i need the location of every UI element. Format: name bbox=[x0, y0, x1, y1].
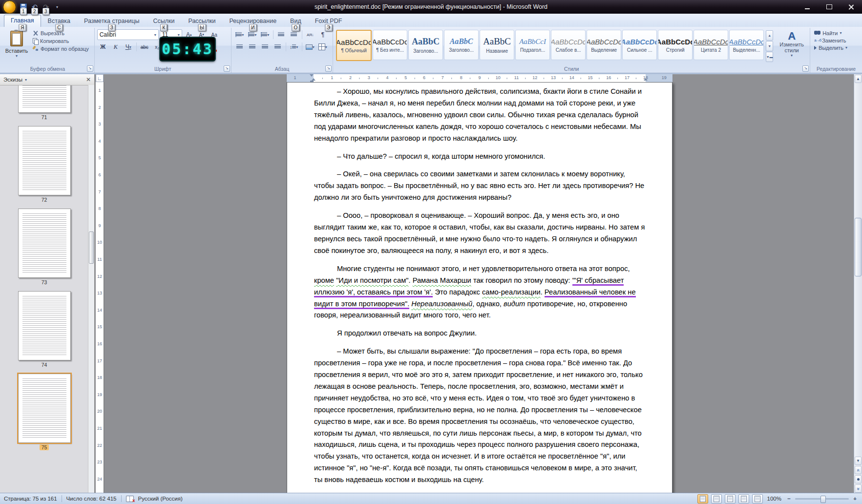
proofing-status-icon[interactable] bbox=[126, 496, 134, 502]
vertical-ruler[interactable]: 1234567891011121314151617181920212223242… bbox=[96, 82, 104, 493]
page-thumbnail[interactable]: 74 bbox=[18, 291, 71, 368]
thumbnail-image[interactable] bbox=[18, 374, 71, 443]
ribbon-tab-Рецензирование[interactable]: РецензированиеИ bbox=[223, 15, 284, 27]
paragraph[interactable]: – Что дальше? – спросил я, когда шторм н… bbox=[314, 151, 646, 163]
change-styles-button[interactable]: А Изменить стили ▾ bbox=[776, 29, 807, 58]
scroll-down-button[interactable]: ▼ bbox=[855, 457, 862, 465]
font-family-combo[interactable]: Calibri▾ bbox=[97, 29, 159, 40]
thumbnail-image[interactable] bbox=[18, 126, 71, 195]
style-item[interactable]: АаBbCcDcВыделенн... bbox=[729, 30, 764, 60]
select-button[interactable]: Выделить▾ bbox=[813, 44, 860, 51]
first-line-indent-marker[interactable] bbox=[310, 74, 314, 77]
style-item[interactable]: АаBbCcDc¶ Без инте... bbox=[373, 30, 407, 60]
ribbon-tab-Вид[interactable]: ВидО bbox=[283, 15, 308, 27]
style-item[interactable]: АаBbCcDcВыделение bbox=[587, 30, 621, 60]
scrollbar-track[interactable] bbox=[854, 84, 862, 456]
style-item[interactable]: АаBbCcDcСтрогий bbox=[658, 30, 693, 60]
gallery-more-button[interactable]: ▼▬ bbox=[766, 52, 773, 62]
maximize-button[interactable] bbox=[818, 0, 840, 14]
ribbon-tab-Ссылки[interactable]: СсылкиК bbox=[146, 15, 181, 27]
style-item[interactable]: АаBbCcDcСильное ... bbox=[622, 30, 657, 60]
page-indicator[interactable]: Страница: 75 из 161 bbox=[4, 496, 57, 502]
underline-button[interactable]: Ч▾ bbox=[123, 42, 134, 52]
copy-button[interactable]: Копировать bbox=[31, 37, 90, 45]
paragraph[interactable]: – Окей, – она сверилась со своими заметк… bbox=[314, 168, 646, 204]
align-left-button[interactable] bbox=[234, 42, 246, 52]
ribbon-tab-Вставка[interactable]: ВставкаС bbox=[41, 15, 77, 27]
tab-stop-selector[interactable]: ∟ bbox=[96, 74, 104, 82]
gallery-scroll-down-button[interactable]: ▼ bbox=[766, 41, 773, 51]
line-spacing-button[interactable]: ↕▾ bbox=[288, 42, 300, 52]
clipboard-dialog-launcher[interactable] bbox=[87, 65, 93, 72]
word-count[interactable]: Число слов: 62 415 bbox=[66, 496, 117, 502]
page-thumbnail[interactable]: 73 bbox=[18, 209, 71, 285]
decrease-indent-button[interactable] bbox=[275, 29, 287, 40]
minimize-button[interactable] bbox=[796, 0, 818, 14]
language-indicator[interactable]: Русский (Россия) bbox=[138, 496, 183, 502]
full-screen-reading-view-button[interactable] bbox=[711, 494, 722, 504]
panel-dropdown-icon[interactable]: ▾ bbox=[25, 78, 27, 82]
format-painter-button[interactable]: Формат по образцу bbox=[31, 45, 90, 53]
style-item[interactable]: АаBbCcIПодзагол... bbox=[515, 30, 550, 60]
zoom-in-button[interactable]: + bbox=[852, 496, 858, 502]
paragraph[interactable]: Я продолжил отвечать на вопрос Джулии. bbox=[314, 328, 646, 339]
paragraph[interactable]: Многие студенты не понимают этого, и нет… bbox=[314, 263, 646, 322]
thumbnails-scrollbar[interactable] bbox=[88, 85, 94, 493]
borders-button[interactable]: ▾ bbox=[317, 42, 329, 52]
font-dialog-launcher[interactable] bbox=[224, 65, 230, 72]
close-button[interactable] bbox=[840, 0, 862, 14]
find-button[interactable]: Найти▾ bbox=[813, 29, 860, 37]
zoom-level[interactable]: 100% bbox=[766, 496, 783, 502]
bold-button[interactable]: Ж bbox=[97, 42, 109, 52]
vertical-scrollbar[interactable]: ▲ ▼ « » bbox=[854, 74, 862, 493]
horizontal-ruler[interactable]: 112345678910111213141516171819 bbox=[105, 74, 854, 82]
multilevel-list-button[interactable]: ▾ bbox=[259, 29, 271, 40]
zoom-out-button[interactable]: − bbox=[786, 496, 792, 502]
align-right-button[interactable] bbox=[259, 42, 271, 52]
next-page-button[interactable]: » bbox=[855, 484, 862, 493]
ribbon-tab-Рассылки[interactable]: РассылкиЫ bbox=[181, 15, 222, 27]
paste-button[interactable]: Вставить ▾ bbox=[3, 29, 30, 59]
style-item[interactable]: АаBbСЗаголово... bbox=[408, 30, 443, 60]
replace-button[interactable]: Заменить bbox=[813, 37, 860, 44]
shading-button[interactable]: ▾ bbox=[304, 42, 316, 52]
thumbnail-image[interactable] bbox=[18, 291, 71, 360]
sort-button[interactable]: АЯ↓ bbox=[304, 29, 316, 40]
paragraph[interactable]: – Оооо, – проворковал я оценивающе. – Хо… bbox=[314, 210, 646, 257]
outline-view-button[interactable] bbox=[738, 494, 749, 504]
panel-close-icon[interactable]: ✕ bbox=[86, 76, 91, 83]
ribbon-tab-Главная[interactable]: ГлавнаяЯ bbox=[4, 15, 41, 27]
qat-customize-button[interactable]: ▾ bbox=[52, 1, 63, 12]
italic-button[interactable]: К bbox=[110, 42, 122, 52]
previous-page-button[interactable]: « bbox=[855, 466, 862, 474]
thumbnail-image[interactable] bbox=[18, 209, 71, 278]
style-item[interactable]: АаBbCcDcСлабое в... bbox=[551, 30, 586, 60]
justify-button[interactable] bbox=[272, 42, 284, 52]
page-thumbnail[interactable]: 71 bbox=[18, 85, 71, 120]
page-thumbnail[interactable]: 75 bbox=[18, 374, 71, 450]
scrollbar-thumb[interactable] bbox=[855, 218, 862, 276]
print-layout-view-button[interactable] bbox=[697, 494, 708, 504]
style-item[interactable]: АаBbCcDcЦитата 2 bbox=[694, 30, 728, 60]
style-item[interactable]: АаBbCcDc¶ Обычный bbox=[336, 30, 372, 61]
thumbnail-image[interactable] bbox=[18, 85, 71, 113]
paragraph[interactable]: – Может быть, вы слышали выражение: "До … bbox=[314, 346, 646, 486]
style-item[interactable]: АаBbСНазвание bbox=[480, 30, 514, 60]
ribbon-tab-Foxit PDF[interactable]: Foxit PDFЭ bbox=[308, 15, 349, 27]
office-button[interactable] bbox=[3, 0, 16, 14]
document-page[interactable]: – Хорошо, мы коснулись правильного дейст… bbox=[287, 82, 673, 493]
gallery-scroll-up-button[interactable]: ▲ bbox=[766, 30, 773, 41]
paragraph[interactable]: – Хорошо, мы коснулись правильного дейст… bbox=[314, 86, 646, 145]
save-button[interactable]: 1 bbox=[18, 1, 29, 12]
scroll-up-button[interactable]: ▲ bbox=[855, 75, 862, 83]
zoom-slider-thumb[interactable] bbox=[820, 496, 826, 503]
paragraph-dialog-launcher[interactable] bbox=[325, 65, 332, 72]
style-item[interactable]: АаBbСЗаголово... bbox=[444, 30, 479, 60]
select-browse-object-button[interactable] bbox=[855, 475, 862, 483]
align-center-button[interactable] bbox=[247, 42, 258, 52]
web-layout-view-button[interactable] bbox=[725, 494, 736, 504]
bullets-button[interactable]: ▾ bbox=[234, 29, 246, 40]
styles-dialog-launcher[interactable] bbox=[802, 65, 809, 72]
redo-button[interactable]: ↷3 bbox=[41, 1, 51, 12]
zoom-slider[interactable] bbox=[795, 498, 849, 500]
